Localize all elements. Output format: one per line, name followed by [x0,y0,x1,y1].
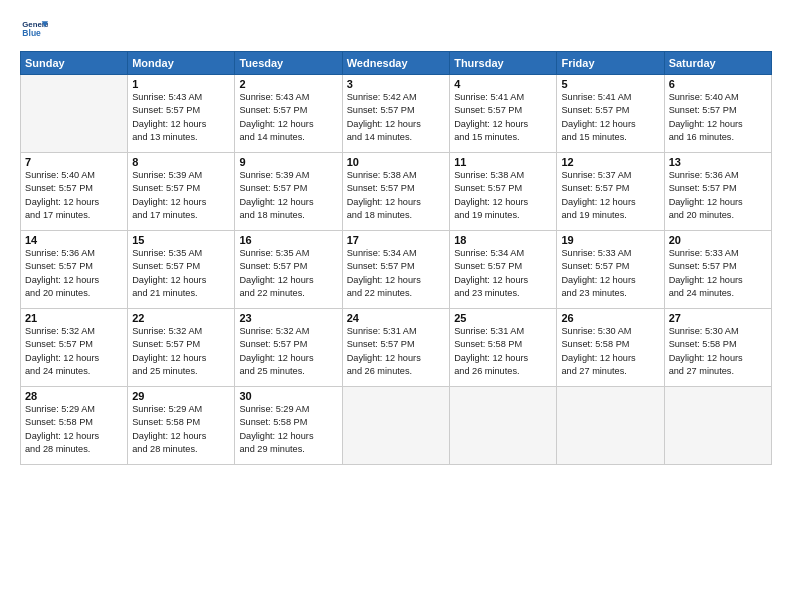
day-info: Sunrise: 5:35 AMSunset: 5:57 PMDaylight:… [132,248,206,298]
day-info: Sunrise: 5:36 AMSunset: 5:57 PMDaylight:… [25,248,99,298]
day-number: 14 [25,234,123,246]
calendar-day-cell: 26 Sunrise: 5:30 AMSunset: 5:58 PMDaylig… [557,309,664,387]
day-info: Sunrise: 5:39 AMSunset: 5:57 PMDaylight:… [132,170,206,220]
svg-text:Blue: Blue [22,28,41,38]
day-number: 7 [25,156,123,168]
logo-icon: General Blue [20,15,48,43]
day-info: Sunrise: 5:38 AMSunset: 5:57 PMDaylight:… [347,170,421,220]
day-number: 24 [347,312,445,324]
day-info: Sunrise: 5:33 AMSunset: 5:57 PMDaylight:… [669,248,743,298]
day-number: 11 [454,156,552,168]
calendar-day-cell: 12 Sunrise: 5:37 AMSunset: 5:57 PMDaylig… [557,153,664,231]
day-number: 8 [132,156,230,168]
calendar-table: SundayMondayTuesdayWednesdayThursdayFrid… [20,51,772,465]
calendar-day-cell: 29 Sunrise: 5:29 AMSunset: 5:58 PMDaylig… [128,387,235,465]
day-info: Sunrise: 5:43 AMSunset: 5:57 PMDaylight:… [239,92,313,142]
calendar-day-cell: 9 Sunrise: 5:39 AMSunset: 5:57 PMDayligh… [235,153,342,231]
day-info: Sunrise: 5:34 AMSunset: 5:57 PMDaylight:… [347,248,421,298]
day-info: Sunrise: 5:32 AMSunset: 5:57 PMDaylight:… [239,326,313,376]
calendar-body: 1 Sunrise: 5:43 AMSunset: 5:57 PMDayligh… [21,75,772,465]
day-number: 25 [454,312,552,324]
day-info: Sunrise: 5:40 AMSunset: 5:57 PMDaylight:… [25,170,99,220]
day-number: 28 [25,390,123,402]
day-number: 9 [239,156,337,168]
calendar-day-cell: 19 Sunrise: 5:33 AMSunset: 5:57 PMDaylig… [557,231,664,309]
day-number: 23 [239,312,337,324]
calendar-day-cell: 23 Sunrise: 5:32 AMSunset: 5:57 PMDaylig… [235,309,342,387]
calendar-day-cell: 7 Sunrise: 5:40 AMSunset: 5:57 PMDayligh… [21,153,128,231]
day-info: Sunrise: 5:40 AMSunset: 5:57 PMDaylight:… [669,92,743,142]
calendar-week-row: 14 Sunrise: 5:36 AMSunset: 5:57 PMDaylig… [21,231,772,309]
calendar-day-cell: 11 Sunrise: 5:38 AMSunset: 5:57 PMDaylig… [450,153,557,231]
weekday-header-cell: Wednesday [342,52,449,75]
calendar-day-cell [664,387,771,465]
day-number: 13 [669,156,767,168]
day-number: 16 [239,234,337,246]
weekday-header-cell: Saturday [664,52,771,75]
calendar-week-row: 28 Sunrise: 5:29 AMSunset: 5:58 PMDaylig… [21,387,772,465]
weekday-header-row: SundayMondayTuesdayWednesdayThursdayFrid… [21,52,772,75]
calendar-day-cell: 4 Sunrise: 5:41 AMSunset: 5:57 PMDayligh… [450,75,557,153]
day-info: Sunrise: 5:31 AMSunset: 5:58 PMDaylight:… [454,326,528,376]
day-info: Sunrise: 5:41 AMSunset: 5:57 PMDaylight:… [561,92,635,142]
calendar-day-cell [450,387,557,465]
calendar-day-cell: 1 Sunrise: 5:43 AMSunset: 5:57 PMDayligh… [128,75,235,153]
calendar-week-row: 7 Sunrise: 5:40 AMSunset: 5:57 PMDayligh… [21,153,772,231]
day-info: Sunrise: 5:34 AMSunset: 5:57 PMDaylight:… [454,248,528,298]
day-info: Sunrise: 5:29 AMSunset: 5:58 PMDaylight:… [132,404,206,454]
day-number: 5 [561,78,659,90]
weekday-header-cell: Monday [128,52,235,75]
day-number: 18 [454,234,552,246]
day-number: 22 [132,312,230,324]
calendar-day-cell [342,387,449,465]
weekday-header-cell: Sunday [21,52,128,75]
day-number: 29 [132,390,230,402]
calendar-day-cell: 22 Sunrise: 5:32 AMSunset: 5:57 PMDaylig… [128,309,235,387]
calendar-week-row: 1 Sunrise: 5:43 AMSunset: 5:57 PMDayligh… [21,75,772,153]
day-info: Sunrise: 5:43 AMSunset: 5:57 PMDaylight:… [132,92,206,142]
day-info: Sunrise: 5:30 AMSunset: 5:58 PMDaylight:… [561,326,635,376]
weekday-header-cell: Tuesday [235,52,342,75]
header: General Blue [20,15,772,43]
calendar-day-cell: 10 Sunrise: 5:38 AMSunset: 5:57 PMDaylig… [342,153,449,231]
day-info: Sunrise: 5:33 AMSunset: 5:57 PMDaylight:… [561,248,635,298]
day-info: Sunrise: 5:38 AMSunset: 5:57 PMDaylight:… [454,170,528,220]
day-number: 4 [454,78,552,90]
calendar-day-cell: 28 Sunrise: 5:29 AMSunset: 5:58 PMDaylig… [21,387,128,465]
day-number: 26 [561,312,659,324]
day-number: 21 [25,312,123,324]
day-number: 30 [239,390,337,402]
day-info: Sunrise: 5:32 AMSunset: 5:57 PMDaylight:… [132,326,206,376]
day-info: Sunrise: 5:29 AMSunset: 5:58 PMDaylight:… [239,404,313,454]
day-info: Sunrise: 5:31 AMSunset: 5:57 PMDaylight:… [347,326,421,376]
day-info: Sunrise: 5:30 AMSunset: 5:58 PMDaylight:… [669,326,743,376]
calendar-day-cell: 20 Sunrise: 5:33 AMSunset: 5:57 PMDaylig… [664,231,771,309]
day-info: Sunrise: 5:41 AMSunset: 5:57 PMDaylight:… [454,92,528,142]
calendar-day-cell: 15 Sunrise: 5:35 AMSunset: 5:57 PMDaylig… [128,231,235,309]
day-info: Sunrise: 5:36 AMSunset: 5:57 PMDaylight:… [669,170,743,220]
day-number: 3 [347,78,445,90]
calendar-day-cell: 16 Sunrise: 5:35 AMSunset: 5:57 PMDaylig… [235,231,342,309]
calendar-day-cell: 27 Sunrise: 5:30 AMSunset: 5:58 PMDaylig… [664,309,771,387]
day-info: Sunrise: 5:37 AMSunset: 5:57 PMDaylight:… [561,170,635,220]
day-number: 2 [239,78,337,90]
calendar-day-cell [557,387,664,465]
calendar-day-cell: 17 Sunrise: 5:34 AMSunset: 5:57 PMDaylig… [342,231,449,309]
day-info: Sunrise: 5:39 AMSunset: 5:57 PMDaylight:… [239,170,313,220]
page-container: General Blue SundayMondayTuesdayWednesda… [0,0,792,475]
day-info: Sunrise: 5:35 AMSunset: 5:57 PMDaylight:… [239,248,313,298]
calendar-day-cell: 2 Sunrise: 5:43 AMSunset: 5:57 PMDayligh… [235,75,342,153]
day-number: 1 [132,78,230,90]
day-info: Sunrise: 5:29 AMSunset: 5:58 PMDaylight:… [25,404,99,454]
day-info: Sunrise: 5:32 AMSunset: 5:57 PMDaylight:… [25,326,99,376]
calendar-day-cell [21,75,128,153]
day-number: 27 [669,312,767,324]
day-info: Sunrise: 5:42 AMSunset: 5:57 PMDaylight:… [347,92,421,142]
day-number: 17 [347,234,445,246]
calendar-day-cell: 13 Sunrise: 5:36 AMSunset: 5:57 PMDaylig… [664,153,771,231]
weekday-header-cell: Thursday [450,52,557,75]
calendar-day-cell: 25 Sunrise: 5:31 AMSunset: 5:58 PMDaylig… [450,309,557,387]
calendar-day-cell: 14 Sunrise: 5:36 AMSunset: 5:57 PMDaylig… [21,231,128,309]
day-number: 12 [561,156,659,168]
day-number: 6 [669,78,767,90]
